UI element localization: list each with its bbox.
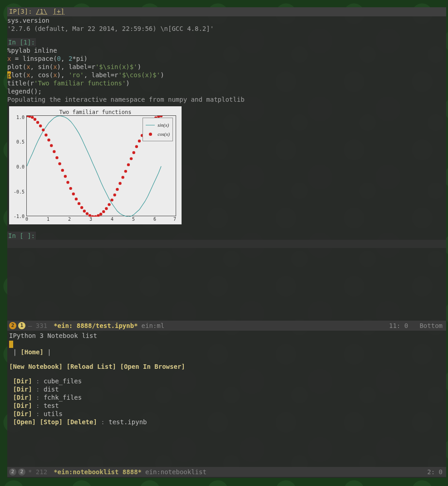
ml2-badge2: 2 [18, 468, 25, 476]
svg-point-38 [130, 157, 133, 160]
nblist-btn[interactable]: [Dir] [13, 394, 32, 401]
svg-point-10 [53, 150, 55, 153]
action-open-browser[interactable]: [Open In Browser] [120, 363, 185, 370]
nblist-btn[interactable]: [Dir] [13, 410, 32, 417]
nblist-item-name: test [44, 402, 59, 409]
nblist-btn[interactable]: [Stop] [39, 418, 63, 426]
svg-point-19 [78, 202, 80, 205]
nblist-btn[interactable]: [Dir] [13, 386, 32, 393]
nblist-home[interactable]: [Home] [20, 348, 44, 356]
ytick--0.5: -0.5 [11, 188, 25, 196]
ml1-buffer-name[interactable]: *ein: 8888/test.ipynb* [54, 322, 138, 330]
xtick-0: 0 [25, 215, 28, 223]
cell-1-line-2[interactable]: plot(x, sin(x), label=r'$\sin(x)$') [7, 63, 446, 71]
svg-point-37 [127, 163, 130, 166]
ytick-1.0: 1.0 [11, 114, 25, 122]
svg-point-22 [86, 212, 89, 215]
nblist-btn[interactable]: [Delete] [66, 418, 97, 426]
action-new-notebook[interactable]: [New Notebook] [9, 363, 63, 370]
svg-point-3 [34, 118, 36, 121]
svg-point-20 [80, 206, 83, 209]
plot-legend: sin(x) cos(x) [143, 118, 173, 141]
ml1-pos: 11: 0 [389, 322, 408, 329]
nblist-item-name: fchk_files [44, 394, 82, 401]
modeline-top: 2 1 — 331 *ein: 8888/test.ipynb* ein:ml … [7, 321, 446, 331]
svg-point-4 [36, 121, 39, 124]
svg-point-14 [64, 175, 67, 178]
svg-point-12 [58, 162, 61, 165]
svg-point-9 [50, 144, 53, 147]
nblist-btn[interactable]: [Dir] [13, 377, 32, 385]
cell-1-line-1[interactable]: x = linspace(0, 2*pi) [7, 55, 446, 63]
cell-0-output: '2.7.6 (default, Mar 22 2014, 22:59:56) … [7, 25, 446, 33]
xtick-1: 1 [47, 215, 49, 223]
cell-0[interactable]: sys.version '2.7.6 (default, Mar 22 2014… [7, 16, 446, 35]
svg-point-33 [116, 188, 118, 191]
svg-point-36 [124, 170, 127, 173]
cell-1-line-4[interactable]: title(r'Two familiar functions') [7, 79, 446, 87]
ml1-badge2: 1 [18, 322, 25, 329]
xtick-3: 3 [89, 215, 92, 223]
xtick-7: 7 [173, 215, 176, 223]
svg-point-40 [135, 145, 138, 148]
cell-1-output: Populating the interactive namespace fro… [7, 95, 446, 104]
nblist-item-name: cube_files [44, 377, 82, 385]
tabbar-prefix: IP[3]: [9, 8, 32, 15]
notebook-pane[interactable]: IP[3]: /1\ [+] sys.version '2.7.6 (defau… [7, 7, 446, 321]
svg-point-2 [31, 116, 34, 119]
svg-point-29 [105, 207, 108, 210]
tab-active[interactable]: /1\ [36, 8, 47, 15]
svg-point-28 [102, 210, 105, 213]
nblist-btn[interactable]: [Open] [13, 418, 36, 426]
svg-point-11 [55, 156, 58, 159]
cell-0-code[interactable]: sys.version [7, 16, 446, 25]
svg-point-17 [72, 193, 75, 195]
svg-point-35 [121, 176, 124, 179]
ml1-badge1: 2 [9, 322, 16, 329]
svg-point-25 [94, 215, 97, 217]
action-reload-list[interactable]: [Reload List] [66, 363, 116, 370]
ytick-0.0: 0.0 [11, 163, 25, 171]
modeline-bottom: 2 2 * 212 *ein:notebooklist 8888* ein:no… [7, 467, 446, 477]
cell-1[interactable]: %pylab inline x = linspace(0, 2*pi) plot… [7, 46, 446, 226]
nblist-item-name: utils [44, 410, 63, 417]
nblist-title: IPython 3 Notebook list [9, 332, 444, 340]
ml2-mode: ein:notebooklist [145, 468, 207, 476]
cell-1-line-5[interactable]: legend(); [7, 87, 446, 95]
legend-1: cos(x) [158, 130, 170, 138]
ml1-dash: — 331 [28, 322, 47, 330]
svg-point-41 [138, 139, 141, 142]
svg-point-16 [69, 187, 72, 190]
ml1-scroll: Bottom [419, 322, 443, 329]
svg-point-39 [133, 151, 135, 154]
legend-0: sin(x) [158, 121, 169, 129]
emacs-frame: IP[3]: /1\ [+] sys.version '2.7.6 (defau… [7, 7, 446, 478]
cell-1-line-3[interactable]: plot(x, cos(x), 'ro', label=r'$\cos(x)$'… [7, 71, 446, 79]
xtick-5: 5 [132, 215, 135, 223]
ml1-mode: ein:ml [142, 322, 165, 330]
cell-2-prompt: In [ ]: [7, 232, 36, 240]
svg-point-6 [42, 129, 44, 131]
ytick--1.0: -1.0 [11, 213, 25, 221]
notebooklist-pane[interactable]: IPython 3 Notebook list | [Home] | [New … [7, 331, 446, 467]
xtick-2: 2 [68, 215, 71, 223]
ytick-0.5: 0.5 [11, 138, 25, 146]
plot-output: Two familiar functions sin(x) cos(x) 1.0… [9, 106, 182, 224]
svg-point-30 [108, 203, 110, 206]
svg-point-49 [160, 116, 162, 117]
plot-axes: sin(x) cos(x) [26, 115, 176, 216]
tab-bar: IP[3]: /1\ [+] [7, 7, 446, 16]
cell-1-prompt: In [1]: [7, 38, 36, 46]
svg-point-31 [110, 198, 113, 201]
ml2-dash: * 212 [28, 468, 47, 476]
tab-add[interactable]: [+] [53, 8, 64, 15]
svg-point-8 [47, 139, 50, 141]
cell-1-line-0[interactable]: %pylab inline [7, 46, 446, 55]
svg-point-0 [27, 116, 28, 117]
svg-point-7 [44, 134, 47, 136]
nblist-btn[interactable]: [Dir] [13, 402, 32, 409]
ml2-buffer-name[interactable]: *ein:notebooklist 8888* [54, 468, 142, 476]
svg-point-32 [113, 193, 116, 196]
ml2-badge1: 2 [9, 468, 16, 476]
nblist-item-name: test.ipynb [108, 418, 147, 426]
